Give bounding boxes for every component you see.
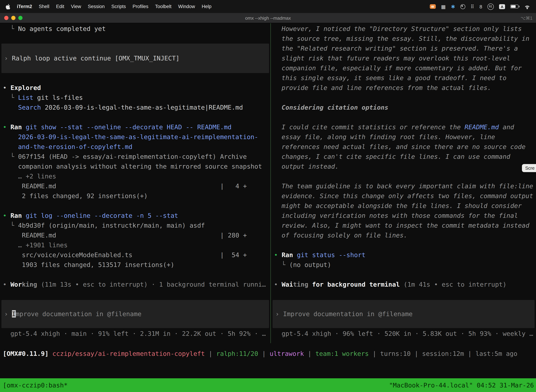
reasoning-paragraph-1: However, I noticed the "Directory Struct…: [274, 24, 533, 93]
text-span: review. Also, I might want to inspect th…: [274, 222, 529, 229]
terminal-line: └ 067f154 (HEAD -> essay/ai-reimplementa…: [3, 152, 268, 162]
terminal-line: … +2 lines: [3, 171, 268, 181]
zoom-button[interactable]: [18, 16, 23, 20]
terminal-line: › Improve documentation in @filename: [275, 309, 532, 319]
text-span: the source tree, missing the essay. Stil…: [274, 35, 529, 42]
text-span: (no output): [289, 261, 331, 268]
terminal-line: including verification notes with those …: [274, 211, 533, 221]
text-span: references need actual files, and since …: [274, 143, 526, 150]
terminal-line: • Waiting for background terminal (1m 41…: [274, 280, 533, 289]
input-source-letter: A: [501, 5, 503, 9]
prompt-input-left[interactable]: › Improve documentation in @filename: [1, 300, 269, 328]
text-span: [OMX#0.11.9]: [3, 350, 48, 357]
menu-item-edit[interactable]: Edit: [56, 4, 64, 9]
screen: iTerm2 Shell Edit View Session Scripts P…: [0, 0, 536, 392]
menu-item-profiles[interactable]: Profiles: [133, 4, 148, 9]
text-span: Wai: [282, 281, 293, 288]
menu-item-view[interactable]: View: [71, 4, 81, 9]
blue-asterisk-icon[interactable]: ✱: [451, 4, 455, 9]
apple-menu-icon[interactable]: [6, 4, 10, 9]
text-span: └: [3, 94, 18, 101]
menu-item-session[interactable]: Session: [88, 4, 105, 9]
agents-summary-block: └ No agents completed yet: [3, 24, 268, 34]
menu-item-window[interactable]: Window: [178, 4, 195, 9]
git-status-block: • Ran git status --short └ (no output): [274, 250, 533, 270]
text-span: including verification notes with those …: [274, 212, 518, 219]
text-span: turns:10: [380, 350, 411, 357]
waiting-indicator: • Waiting for background terminal (1m 41…: [274, 280, 533, 289]
omx-status-bar: [OMX#0.11.9] cczip/essay/ai-reimplementa…: [0, 349, 536, 359]
text-span: └: [3, 222, 18, 229]
left-pane[interactable]: └ No agents completed yet › Ralph loop a…: [0, 23, 270, 343]
terminal-line: essay file, along with finding root file…: [274, 132, 533, 142]
tmux-session-label: [omx-cczip0:bash*: [3, 382, 67, 389]
text-span: | 280 +: [220, 232, 247, 239]
text-span: team:1 workers: [315, 350, 368, 357]
terminal-line: and-the-erosion-of-copyleft.md: [3, 142, 268, 152]
screen-recording-icon[interactable]: [430, 4, 436, 9]
menu-item-shell[interactable]: Shell: [39, 4, 49, 9]
text-span: ›: [4, 54, 12, 62]
prompt-input-right[interactable]: › Improve documentation in @filename: [273, 300, 535, 328]
text-span: 2026-03-09-is-legal-the-same-as-legitima…: [41, 104, 243, 111]
text-span: might be acceptable alongside the file l…: [274, 202, 522, 209]
text-span: changes, I can't cite specific file line…: [274, 153, 510, 160]
terminal-line: of focusing solely on file lines.: [274, 230, 533, 240]
text-span: ralph:11/20: [216, 350, 258, 357]
text-span: •: [274, 281, 282, 288]
count-8-icon[interactable]: 8: [479, 4, 482, 9]
text-span: gpt-5.4 xhigh · main · 91% left · 2.31M …: [3, 330, 266, 337]
terminal-line: output instead.: [274, 162, 533, 171]
text-span: 1903 files changed, 513517 insertions(+): [3, 261, 174, 268]
menu-item-toolbelt[interactable]: Toolbelt: [155, 4, 172, 9]
right-pane[interactable]: However, I noticed the "Directory Struct…: [271, 23, 536, 343]
text-span: Explored: [10, 84, 41, 91]
terminal-line: README.md| 280 +: [3, 230, 268, 240]
terminal-line: README.md| 4 +: [3, 181, 268, 191]
menu-item-help[interactable]: Help: [202, 4, 211, 9]
wifi-icon[interactable]: [524, 4, 530, 9]
circle-app-icon[interactable]: [460, 4, 465, 9]
battery-gauge-icon[interactable]: 61: [488, 3, 494, 10]
text-span: gpt-5.4 xhigh · 96% left · 520K in · 5.8…: [274, 330, 533, 337]
text-span: 2 files changed, 92 insertions(+): [3, 192, 148, 200]
text-span: the "Related research writing" section i…: [274, 45, 518, 52]
text-span: Ran: [10, 212, 22, 219]
text-span: for background terminal: [312, 281, 400, 288]
input-source-icon[interactable]: A: [499, 4, 505, 9]
grid-icon[interactable]: ▦: [441, 4, 446, 9]
terminal-line: I could cite commit statistics or refere…: [274, 122, 533, 132]
terminal-line: evidence. Since this change only affects…: [274, 191, 533, 201]
battery-icon[interactable]: [510, 5, 518, 9]
text-span: slight risk that future readers may over…: [274, 54, 510, 62]
menu-item-app[interactable]: iTerm2: [17, 4, 32, 9]
text-span: |: [304, 350, 315, 357]
text-span: session:12m: [422, 350, 464, 357]
menu-item-scripts[interactable]: Scripts: [111, 4, 126, 9]
terminal-line: 1903 files changed, 513517 insertions(+): [3, 260, 268, 270]
text-span: output instead.: [274, 163, 339, 170]
minimize-button[interactable]: [11, 16, 15, 20]
terminal-split: └ No agents completed yet › Ralph loop a…: [0, 23, 536, 343]
terminal-line: provide file and line references from th…: [274, 83, 533, 93]
text-span: No agents completed yet: [18, 25, 106, 32]
text-span: mprove documentation in @filename: [16, 310, 141, 317]
terminal-line: references need actual files, and since …: [274, 142, 533, 152]
dots-grid-icon[interactable]: ⠿: [471, 4, 474, 9]
menu-bar-status-icons: ▦ ✱ ⠿ 8 61 A: [430, 3, 530, 10]
close-button[interactable]: [4, 16, 9, 20]
terminal-line: › Ralph loop active continue [OMX_TMUX_I…: [4, 53, 266, 63]
terminal-line: gpt-5.4 xhigh · main · 91% left · 2.31M …: [3, 329, 268, 339]
text-span: and: [499, 123, 514, 131]
text-span: 4b9d30f (origin/main, instructkr/main, m…: [18, 222, 205, 229]
text-span: └: [274, 261, 289, 268]
text-span: README.md: [3, 230, 220, 240]
terminal-line: the "Related research writing" section i…: [274, 44, 533, 53]
text-span: Wor: [10, 281, 22, 288]
text-span: 067f154 (HEAD -> essay/ai-reimplementati…: [18, 153, 247, 160]
menu-bar-menus: iTerm2 Shell Edit View Session Scripts P…: [6, 4, 211, 9]
battery-fill: [511, 5, 515, 8]
text-span: README.md: [3, 181, 220, 191]
terminal-line: src/voice/voiceModeEnabled.ts| 54 +: [3, 250, 268, 260]
text-span: and-the-erosion-of-copyleft.md: [3, 143, 132, 150]
